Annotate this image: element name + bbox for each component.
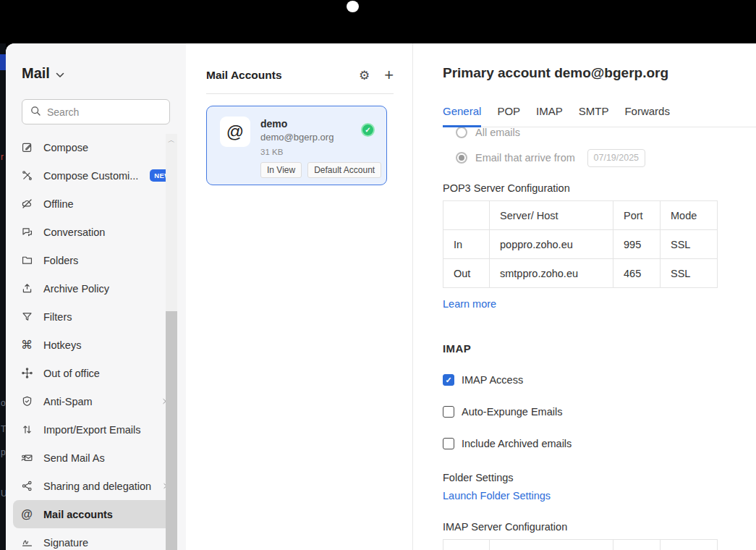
background-text-fragment: T: [1, 424, 6, 434]
account-card[interactable]: @ demo demo@bgerp.org 31 KB In View Defa…: [206, 106, 387, 185]
shield-check-icon: [20, 395, 33, 408]
all-emails-option[interactable]: All emails: [456, 127, 756, 142]
checkbox-label: IMAP Access: [462, 374, 523, 386]
sidebar-item-filters[interactable]: Filters: [13, 302, 176, 331]
background-text-fragment: p: [1, 447, 6, 457]
table-row: Out smtppro.zoho.eu 465 SSL: [443, 259, 718, 288]
sidebar-item-import-export[interactable]: Import/Export Emails: [13, 415, 176, 444]
table-header-cell: [443, 540, 490, 550]
compose-icon: [20, 141, 33, 154]
table-cell: Out: [443, 259, 490, 288]
sidebar-item-mail-accounts[interactable]: @ Mail accounts: [13, 500, 176, 528]
account-detail-panel: Primary account demo@bgerp.org General P…: [413, 43, 756, 550]
signature-icon: [20, 536, 33, 549]
table-cell: SSL: [661, 259, 718, 288]
emails-arrive-from-option[interactable]: Email that arrive from 07/19/2025: [456, 148, 756, 167]
sidebar-item-sharing-delegation[interactable]: Sharing and delegation: [13, 472, 176, 500]
radio-unselected-icon[interactable]: [456, 127, 467, 138]
default-account-badge: Default Account: [307, 162, 381, 178]
gear-icon[interactable]: ⚙: [359, 69, 370, 82]
checkbox-checked-icon[interactable]: ✓: [443, 374, 454, 386]
account-tabs: General POP IMAP SMTP Forwards: [443, 105, 756, 127]
archive-icon: [20, 282, 33, 295]
sidebar-item-label: Send Mail As: [43, 452, 105, 464]
tab-imap[interactable]: IMAP: [536, 105, 563, 127]
app-title: Mail: [22, 65, 50, 82]
sidebar-item-compose[interactable]: Compose: [13, 133, 176, 161]
tab-forwards[interactable]: Forwards: [624, 105, 670, 127]
sidebar-item-send-mail-as[interactable]: Send Mail As: [13, 444, 176, 472]
pop3-config-title: POP3 Server Configuration: [443, 182, 756, 194]
sidebar-item-compose-customization[interactable]: Compose Customi... NEW: [13, 161, 176, 190]
sidebar-item-label: Compose Customi...: [43, 170, 138, 182]
sidebar-item-archive-policy[interactable]: Archive Policy: [13, 274, 176, 302]
radio-selected-icon[interactable]: [456, 152, 467, 164]
table-cell: smtppro.zoho.eu: [490, 259, 613, 288]
sidebar-item-signature[interactable]: Signature: [13, 528, 176, 550]
sidebar-item-anti-spam[interactable]: Anti-Spam: [13, 387, 176, 415]
settings-menu: Compose Compose Customi... NEW Offline C…: [6, 133, 186, 550]
imap-access-checkbox-row[interactable]: ✓ IMAP Access: [443, 373, 756, 386]
table-header-cell: [443, 201, 490, 230]
out-of-office-icon: [20, 367, 33, 380]
date-input[interactable]: 07/19/2025: [587, 149, 645, 167]
sidebar-item-conversation[interactable]: Conversation: [13, 218, 176, 246]
table-cell: 465: [613, 259, 661, 288]
table-header-cell: Mode: [661, 201, 718, 230]
mail-accounts-panel: Mail Accounts ⚙ + @ demo demo@bgerp.org …: [186, 43, 413, 550]
add-account-button[interactable]: +: [384, 67, 394, 83]
sidebar-item-folders[interactable]: Folders: [13, 246, 176, 274]
page-title: Primary account demo@bgerp.org: [443, 65, 756, 81]
sidebar-item-label: Sharing and delegation: [43, 481, 151, 492]
table-cell: poppro.zoho.eu: [490, 230, 613, 259]
sidebar-item-out-of-office[interactable]: Out of office: [13, 359, 176, 387]
pop3-config-table: Server/ Host Port Mode In poppro.zoho.eu…: [443, 200, 718, 288]
background-blue-fragment: [0, 54, 6, 70]
include-archived-checkbox-row[interactable]: Include Archived emails: [443, 437, 756, 450]
learn-more-link[interactable]: Learn more: [443, 298, 496, 310]
table-header-cell: Server/ Host: [490, 201, 613, 230]
search-input[interactable]: [47, 106, 178, 118]
panel-title: Mail Accounts: [206, 69, 282, 82]
sidebar-item-label: Anti-Spam: [43, 396, 93, 407]
conversation-icon: [20, 226, 33, 239]
auto-expunge-checkbox-row[interactable]: Auto-Expunge Emails: [443, 405, 756, 418]
settings-window: Mail Compose Compose Customi... NEW: [6, 43, 756, 550]
sidebar-scrollbar-thumb[interactable]: [166, 311, 177, 550]
sidebar-item-hotkeys[interactable]: ⌘ Hotkeys: [13, 331, 176, 359]
scroll-up-arrow-icon[interactable]: ︿: [166, 135, 177, 145]
sidebar-item-label: Filters: [43, 311, 72, 323]
sidebar-item-label: Conversation: [43, 227, 105, 238]
table-cell: 995: [613, 230, 661, 259]
sidebar-item-label: Archive Policy: [43, 283, 109, 295]
background-left-edge: r o T p U: [0, 43, 6, 550]
import-export-icon: [20, 423, 33, 436]
tab-pop[interactable]: POP: [497, 105, 520, 127]
send-mail-as-icon: [20, 452, 33, 465]
app-switcher[interactable]: Mail: [22, 65, 186, 82]
offline-icon: [20, 198, 33, 211]
tab-smtp[interactable]: SMTP: [579, 105, 609, 127]
loading-dot: [347, 1, 359, 12]
table-header-cell: Port: [613, 540, 661, 550]
folder-settings-label: Folder Settings: [443, 472, 756, 483]
checkbox-unchecked-icon[interactable]: [443, 438, 454, 449]
sidebar-item-label: Compose: [43, 142, 88, 153]
pop-fetch-options: All emails Email that arrive from 07/19/…: [443, 127, 756, 167]
share-icon: [20, 480, 33, 493]
launch-folder-settings-link[interactable]: Launch Folder Settings: [443, 490, 551, 502]
background-text-fragment: U: [1, 488, 6, 499]
checkbox-label: Auto-Expunge Emails: [462, 406, 562, 418]
sidebar-item-label: Out of office: [43, 368, 100, 379]
imap-config-table: Server/ Host Port Mode: [443, 539, 718, 550]
imap-config-title: IMAP Server Configuration: [443, 521, 756, 533]
tab-general[interactable]: General: [443, 105, 481, 127]
sidebar-item-offline[interactable]: Offline: [13, 190, 176, 218]
checkbox-unchecked-icon[interactable]: [443, 406, 454, 418]
sidebar-item-label: Folders: [43, 255, 78, 266]
radio-label: Email that arrive from: [475, 152, 575, 164]
table-header-cell: Port: [613, 201, 661, 230]
search-box[interactable]: [22, 99, 170, 124]
folder-icon: [20, 254, 33, 267]
table-header-cell: Server/ Host: [490, 540, 613, 550]
